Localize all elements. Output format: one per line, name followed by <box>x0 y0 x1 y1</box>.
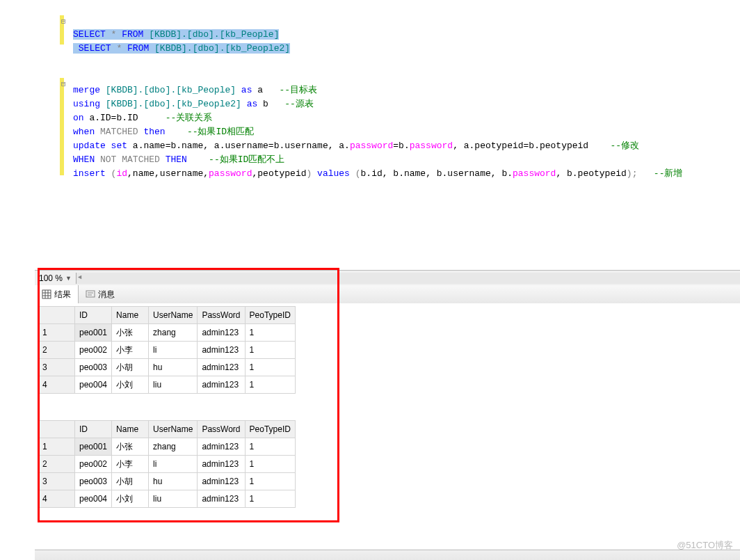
cell[interactable]: peo001 <box>75 438 112 456</box>
row-number[interactable]: 2 <box>38 456 75 473</box>
cell[interactable]: admin123 <box>198 490 245 508</box>
tab-messages[interactable]: 消息 <box>79 285 122 303</box>
column-header[interactable]: PassWord <box>198 307 245 324</box>
cell[interactable]: liu <box>149 376 198 394</box>
row-number[interactable]: 2 <box>38 342 75 359</box>
message-icon <box>86 289 95 299</box>
column-header[interactable]: PeoTypeID <box>245 421 295 438</box>
cell[interactable]: 小李 <box>112 456 149 473</box>
cell[interactable]: peo002 <box>75 342 112 359</box>
result-grid-1[interactable]: IDNameUserNamePassWordPeoTypeID1peo001小张… <box>38 306 296 394</box>
zoom-value: 100 % <box>39 273 63 283</box>
cell[interactable]: admin123 <box>198 342 245 359</box>
chevron-down-icon[interactable]: ▼ <box>65 275 72 282</box>
cell[interactable]: 小张 <box>112 438 149 456</box>
cell[interactable]: liu <box>149 490 198 508</box>
row-number[interactable]: 1 <box>38 438 75 456</box>
grid-icon <box>42 289 51 299</box>
column-header[interactable]: Name <box>112 421 149 438</box>
row-number[interactable]: 3 <box>38 359 75 376</box>
cell[interactable]: peo001 <box>75 324 112 342</box>
table-row[interactable]: 3peo003小胡huadmin1231 <box>38 473 296 490</box>
cell[interactable]: peo004 <box>75 490 112 508</box>
table-row[interactable]: 4peo004小刘liuadmin1231 <box>38 490 296 508</box>
table-row[interactable]: 2peo002小李liadmin1231 <box>38 456 296 473</box>
cell[interactable]: zhang <box>149 324 198 342</box>
horizontal-scrollbar[interactable]: ◄ <box>76 273 740 284</box>
svg-rect-0 <box>42 290 51 298</box>
cell[interactable]: 1 <box>245 376 295 394</box>
cell[interactable]: 1 <box>245 359 295 376</box>
row-number[interactable]: 4 <box>38 490 75 508</box>
table-row[interactable]: 3peo003小胡huadmin1231 <box>38 359 296 376</box>
cell[interactable]: peo002 <box>75 456 112 473</box>
cell[interactable]: admin123 <box>198 456 245 473</box>
fold-icon[interactable]: ⊟ <box>61 17 68 29</box>
result-grid-2[interactable]: IDNameUserNamePassWordPeoTypeID1peo001小张… <box>38 420 296 508</box>
column-header[interactable]: PeoTypeID <box>245 307 295 324</box>
cell[interactable]: peo004 <box>75 376 112 394</box>
cell[interactable]: hu <box>149 473 198 490</box>
cell[interactable]: 1 <box>245 438 295 456</box>
cell[interactable]: li <box>149 456 198 473</box>
column-header[interactable]: UserName <box>149 421 198 438</box>
row-number[interactable]: 3 <box>38 473 75 490</box>
watermark: @51CTO博客 <box>677 539 733 552</box>
cell[interactable]: admin123 <box>198 359 245 376</box>
cell[interactable]: 小刘 <box>112 490 149 508</box>
table-row[interactable]: 1peo001小张zhangadmin1231 <box>38 324 296 342</box>
cell[interactable]: admin123 <box>198 438 245 456</box>
table-row[interactable]: 4peo004小刘liuadmin1231 <box>38 376 296 394</box>
scroll-left-icon[interactable]: ◄ <box>78 274 81 281</box>
editor-gutter: ⊟ ⊟ <box>35 0 70 270</box>
cell[interactable]: zhang <box>149 438 198 456</box>
cell[interactable]: peo003 <box>75 473 112 490</box>
cell[interactable]: peo003 <box>75 359 112 376</box>
cell[interactable]: admin123 <box>198 324 245 342</box>
column-header[interactable]: Name <box>112 307 149 324</box>
left-margin <box>0 0 35 560</box>
results-pane[interactable]: IDNameUserNamePassWordPeoTypeID1peo001小张… <box>35 303 740 550</box>
cell[interactable]: li <box>149 342 198 359</box>
cell[interactable]: 1 <box>245 456 295 473</box>
table-row[interactable]: 2peo002小李liadmin1231 <box>38 342 296 359</box>
splitter-bar[interactable]: 100 % ▼ ◄ <box>35 270 740 287</box>
cell[interactable]: hu <box>149 359 198 376</box>
cell[interactable]: 小胡 <box>112 473 149 490</box>
row-number[interactable]: 1 <box>38 324 75 342</box>
table-row[interactable]: 1peo001小张zhangadmin1231 <box>38 438 296 456</box>
column-header[interactable]: ID <box>75 307 112 324</box>
svg-rect-5 <box>86 291 95 297</box>
column-header[interactable]: UserName <box>149 307 198 324</box>
cell[interactable]: 1 <box>245 473 295 490</box>
results-tabs: 结果 消息 <box>35 285 740 304</box>
code-content: SELECT * FROM [KBDB].[dbo].[kb_People] S… <box>73 0 740 195</box>
cell[interactable]: 小刘 <box>112 376 149 394</box>
row-header[interactable] <box>38 421 75 438</box>
tab-results-label: 结果 <box>54 289 71 301</box>
sql-editor[interactable]: ⊟ ⊟ SELECT * FROM [KBDB].[dbo].[kb_Peopl… <box>35 0 740 270</box>
tab-results[interactable]: 结果 <box>35 285 79 303</box>
status-bar <box>35 550 740 560</box>
tab-messages-label: 消息 <box>98 289 115 301</box>
column-header[interactable]: PassWord <box>198 421 245 438</box>
zoom-control[interactable]: 100 % ▼ <box>35 273 76 283</box>
cell[interactable]: 小李 <box>112 342 149 359</box>
column-header[interactable]: ID <box>75 421 112 438</box>
cell[interactable]: admin123 <box>198 376 245 394</box>
row-number[interactable]: 4 <box>38 376 75 394</box>
cell[interactable]: 小张 <box>112 324 149 342</box>
cell[interactable]: 1 <box>245 324 295 342</box>
fold-icon[interactable]: ⊟ <box>61 79 68 92</box>
cell[interactable]: 小胡 <box>112 359 149 376</box>
row-header[interactable] <box>38 307 75 324</box>
cell[interactable]: 1 <box>245 490 295 508</box>
cell[interactable]: 1 <box>245 342 295 359</box>
cell[interactable]: admin123 <box>198 473 245 490</box>
